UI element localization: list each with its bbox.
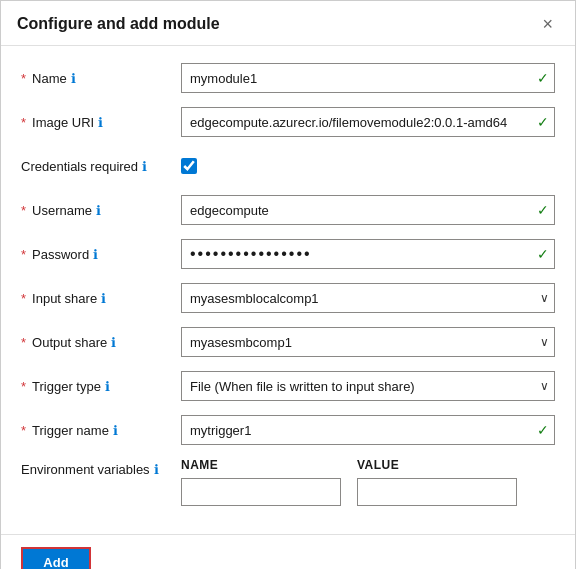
trigger-name-row: * Trigger name ℹ ✓	[21, 414, 555, 446]
output-share-control-wrap: myasesmbcomp1 ∨	[181, 327, 555, 357]
name-info-icon[interactable]: ℹ	[71, 71, 76, 86]
trigger-type-chevron-icon: ∨	[540, 379, 549, 393]
env-variables-label: Environment variables ℹ	[21, 458, 181, 477]
credentials-label: Credentials required ℹ	[21, 159, 181, 174]
credentials-checkbox[interactable]	[181, 158, 197, 174]
env-variables-row: Environment variables ℹ NAME VALUE	[21, 458, 555, 506]
input-share-info-icon[interactable]: ℹ	[101, 291, 106, 306]
trigger-type-info-icon[interactable]: ℹ	[105, 379, 110, 394]
dialog-title: Configure and add module	[17, 15, 220, 33]
trigger-name-info-icon[interactable]: ℹ	[113, 423, 118, 438]
output-share-select[interactable]: myasesmbcomp1	[181, 327, 555, 357]
image-uri-label: * Image URI ℹ	[21, 115, 181, 130]
configure-module-dialog: Configure and add module × * Name ℹ ✓ * …	[0, 0, 576, 569]
username-input[interactable]	[181, 195, 555, 225]
input-share-label: * Input share ℹ	[21, 291, 181, 306]
image-uri-input-wrap: ✓	[181, 107, 555, 137]
trigger-name-label: * Trigger name ℹ	[21, 423, 181, 438]
required-star-input: *	[21, 291, 26, 306]
password-input-wrap: ✓	[181, 239, 555, 269]
required-star-output: *	[21, 335, 26, 350]
dialog-footer: Add	[1, 534, 575, 569]
image-uri-info-icon[interactable]: ℹ	[98, 115, 103, 130]
required-star: *	[21, 71, 26, 86]
password-valid-icon: ✓	[537, 246, 549, 262]
trigger-type-select-container: File (When file is written to input shar…	[181, 371, 555, 401]
output-share-select-container: myasesmbcomp1 ∨	[181, 327, 555, 357]
output-share-row: * Output share ℹ myasesmbcomp1 ∨	[21, 326, 555, 358]
trigger-name-input[interactable]	[181, 415, 555, 445]
env-value-input[interactable]	[357, 478, 517, 506]
trigger-name-input-wrap: ✓	[181, 415, 555, 445]
input-share-select[interactable]: myasesmblocalcomp1	[181, 283, 555, 313]
name-input[interactable]	[181, 63, 555, 93]
trigger-type-select[interactable]: File (When file is written to input shar…	[181, 371, 555, 401]
input-share-control-wrap: myasesmblocalcomp1 ∨	[181, 283, 555, 313]
required-star-uri: *	[21, 115, 26, 130]
username-row: * Username ℹ ✓	[21, 194, 555, 226]
trigger-name-valid-icon: ✓	[537, 422, 549, 438]
password-row: * Password ℹ ✓	[21, 238, 555, 270]
credentials-control-wrap	[181, 158, 555, 174]
name-label: * Name ℹ	[21, 71, 181, 86]
dialog-header: Configure and add module ×	[1, 1, 575, 46]
trigger-type-row: * Trigger type ℹ File (When file is writ…	[21, 370, 555, 402]
image-uri-row: * Image URI ℹ ✓	[21, 106, 555, 138]
password-input-container: ✓	[181, 239, 555, 269]
required-star-trigger-type: *	[21, 379, 26, 394]
username-valid-icon: ✓	[537, 202, 549, 218]
env-value-header: VALUE	[357, 458, 517, 472]
env-inputs-row	[181, 478, 555, 506]
env-variables-section: NAME VALUE	[181, 458, 555, 506]
password-input[interactable]	[181, 239, 555, 269]
image-uri-input[interactable]	[181, 107, 555, 137]
username-input-wrap: ✓	[181, 195, 555, 225]
credentials-row: Credentials required ℹ	[21, 150, 555, 182]
name-row: * Name ℹ ✓	[21, 62, 555, 94]
add-button[interactable]: Add	[21, 547, 91, 569]
env-variables-info-icon[interactable]: ℹ	[154, 462, 159, 477]
dialog-body: * Name ℹ ✓ * Image URI ℹ ✓	[1, 46, 575, 534]
password-info-icon[interactable]: ℹ	[93, 247, 98, 262]
username-info-icon[interactable]: ℹ	[96, 203, 101, 218]
name-input-container: ✓	[181, 63, 555, 93]
password-label: * Password ℹ	[21, 247, 181, 262]
input-share-row: * Input share ℹ myasesmblocalcomp1 ∨	[21, 282, 555, 314]
credentials-info-icon[interactable]: ℹ	[142, 159, 147, 174]
output-share-chevron-icon: ∨	[540, 335, 549, 349]
required-star-user: *	[21, 203, 26, 218]
image-uri-valid-icon: ✓	[537, 114, 549, 130]
username-input-container: ✓	[181, 195, 555, 225]
name-valid-icon: ✓	[537, 70, 549, 86]
name-input-wrap: ✓	[181, 63, 555, 93]
trigger-name-input-container: ✓	[181, 415, 555, 445]
output-share-label: * Output share ℹ	[21, 335, 181, 350]
image-uri-input-container: ✓	[181, 107, 555, 137]
username-label: * Username ℹ	[21, 203, 181, 218]
required-star-pass: *	[21, 247, 26, 262]
env-header-row: NAME VALUE	[181, 458, 555, 472]
env-name-input[interactable]	[181, 478, 341, 506]
close-button[interactable]: ×	[536, 13, 559, 35]
trigger-type-label: * Trigger type ℹ	[21, 379, 181, 394]
input-share-select-container: myasesmblocalcomp1 ∨	[181, 283, 555, 313]
trigger-type-control-wrap: File (When file is written to input shar…	[181, 371, 555, 401]
env-name-header: NAME	[181, 458, 341, 472]
required-star-trigger-name: *	[21, 423, 26, 438]
input-share-chevron-icon: ∨	[540, 291, 549, 305]
output-share-info-icon[interactable]: ℹ	[111, 335, 116, 350]
